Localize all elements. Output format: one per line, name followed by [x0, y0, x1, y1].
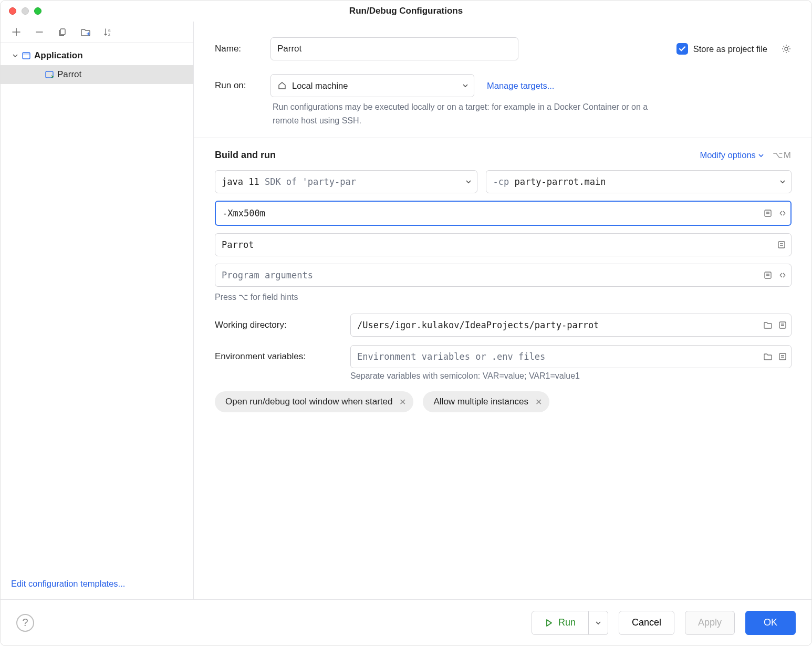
add-config-icon[interactable]	[11, 27, 22, 37]
history-list-icon[interactable]	[763, 270, 773, 280]
cancel-button[interactable]: Cancel	[619, 611, 674, 635]
dialog-footer: ? Run Cancel Apply OK	[1, 599, 811, 645]
env-vars-label: Environment variables:	[215, 351, 340, 362]
main-class-input[interactable]	[215, 233, 792, 256]
tree-group-label: Application	[34, 50, 83, 61]
play-icon	[545, 619, 553, 627]
apply-button[interactable]: Apply	[685, 611, 735, 635]
history-list-icon[interactable]	[763, 209, 773, 218]
run-on-label: Run on:	[215, 80, 260, 91]
svg-point-6	[785, 47, 788, 50]
build-run-title: Build and run	[215, 150, 276, 161]
close-icon[interactable]: ✕	[535, 397, 542, 407]
svg-rect-5	[46, 71, 53, 78]
name-input[interactable]	[270, 37, 518, 60]
svg-rect-9	[765, 272, 771, 278]
chevron-down-icon	[779, 179, 786, 185]
window-title: Run/Debug Configurations	[1, 6, 811, 16]
jdk-select[interactable]: java 11 SDK of 'party-par	[215, 170, 477, 193]
folder-icon[interactable]	[763, 320, 773, 330]
classpath-value: -cp party-parrot.main	[493, 176, 606, 187]
modify-options-link[interactable]: Modify options	[700, 150, 764, 160]
svg-rect-11	[779, 353, 786, 360]
manage-targets-link[interactable]: Manage targets...	[487, 81, 554, 91]
home-icon	[277, 81, 287, 90]
close-icon[interactable]: ✕	[399, 397, 406, 407]
jdk-value: java 11 SDK of 'party-par	[222, 176, 356, 187]
working-dir-input[interactable]	[350, 314, 792, 337]
run-dropdown-button[interactable]	[589, 611, 608, 635]
expand-icon[interactable]	[778, 270, 787, 280]
vm-options-input[interactable]	[215, 201, 792, 226]
store-project-file-checkbox[interactable]: Store as project file	[676, 43, 767, 55]
chevron-down-icon	[462, 82, 469, 89]
svg-rect-10	[779, 322, 786, 328]
tree-item-parrot[interactable]: Parrot	[1, 65, 193, 84]
option-chip-allow-multiple[interactable]: Allow multiple instances ✕	[423, 391, 549, 412]
titlebar: Run/Debug Configurations	[1, 1, 811, 22]
svg-rect-8	[778, 242, 785, 248]
env-vars-input[interactable]	[350, 345, 792, 368]
gear-icon[interactable]	[781, 44, 792, 54]
save-to-folder-icon[interactable]	[80, 27, 91, 37]
run-split-button: Run	[532, 611, 608, 635]
working-dir-label: Working directory:	[215, 320, 340, 330]
chevron-down-icon	[595, 620, 601, 626]
svg-rect-0	[60, 29, 65, 35]
sidebar: az Application Parrot Edit configuration…	[1, 22, 194, 599]
help-icon[interactable]: ?	[16, 614, 34, 632]
svg-rect-7	[765, 210, 771, 216]
option-chip-open-tool-window[interactable]: Open run/debug tool window when started …	[215, 391, 413, 412]
history-list-icon[interactable]	[778, 352, 787, 361]
modify-options-shortcut: ⌥M	[773, 150, 792, 161]
chevron-down-icon	[465, 179, 472, 185]
field-hints-caption: Press ⌥ for field hints	[215, 292, 792, 302]
config-tree: Application Parrot	[1, 43, 193, 579]
svg-rect-4	[23, 53, 30, 55]
application-icon	[22, 51, 31, 60]
chevron-down-icon	[12, 53, 18, 59]
main-form: Name: Store as project file Run on:	[194, 22, 811, 599]
expand-icon[interactable]	[778, 209, 787, 218]
history-list-icon[interactable]	[778, 320, 787, 330]
chevron-down-icon	[758, 152, 764, 159]
env-vars-hint: Separate variables with semicolon: VAR=v…	[350, 371, 792, 381]
run-button[interactable]: Run	[532, 611, 589, 635]
tree-item-label: Parrot	[57, 69, 81, 80]
edit-config-templates-link[interactable]: Edit configuration templates...	[11, 579, 125, 588]
run-on-hint: Run configurations may be executed local…	[273, 100, 672, 127]
folder-icon[interactable]	[763, 352, 773, 361]
sort-alpha-icon[interactable]: az	[103, 27, 114, 37]
tree-group-application[interactable]: Application	[1, 46, 193, 65]
name-label: Name:	[215, 44, 260, 54]
svg-text:z: z	[108, 32, 110, 37]
run-on-select[interactable]: Local machine	[270, 74, 474, 97]
remove-config-icon[interactable]	[34, 27, 45, 37]
program-args-input[interactable]	[215, 264, 792, 287]
checkbox-checked-icon	[676, 43, 688, 55]
run-on-value: Local machine	[292, 81, 348, 91]
store-project-file-label: Store as project file	[693, 44, 767, 54]
history-list-icon[interactable]	[777, 240, 786, 249]
copy-config-icon[interactable]	[57, 27, 68, 37]
sidebar-toolbar: az	[1, 22, 193, 43]
run-config-icon	[45, 70, 54, 79]
ok-button[interactable]: OK	[745, 611, 796, 635]
classpath-select[interactable]: -cp party-parrot.main	[486, 170, 792, 193]
